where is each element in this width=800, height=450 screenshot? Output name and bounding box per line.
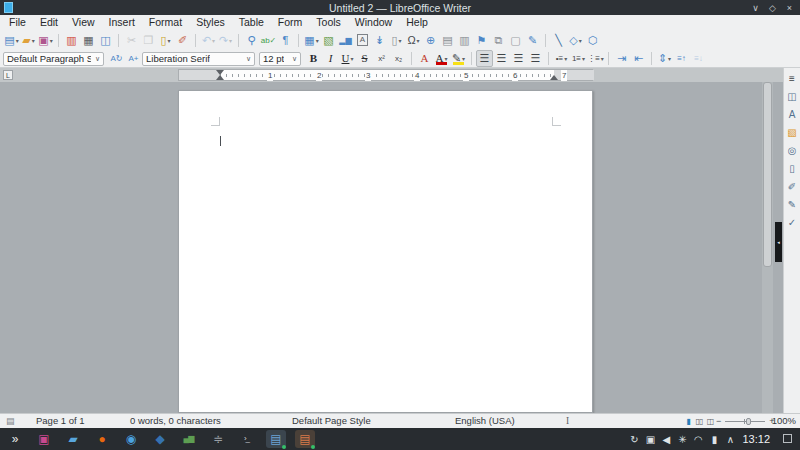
display-settings-icon[interactable]: ▣ [29, 428, 58, 450]
updates-icon[interactable]: ↻ [626, 428, 642, 450]
zoom-slider[interactable] [725, 421, 765, 422]
insert-bookmark-icon[interactable]: ⚑ [473, 32, 490, 49]
document-area[interactable] [0, 82, 783, 413]
libreoffice-impress-icon[interactable]: ▤ [290, 428, 319, 450]
insert-line-icon[interactable]: ╲ [550, 32, 567, 49]
new-document-icon[interactable]: ▤▾ [3, 32, 20, 49]
dropdown-arrow-icon[interactable]: ▾ [50, 37, 53, 44]
dropdown-arrow-icon[interactable]: ▾ [579, 37, 582, 44]
show-desktop-button[interactable] [783, 434, 792, 443]
decrease-indent-icon[interactable]: ⇤ [630, 50, 647, 67]
bullet-list-icon[interactable]: •≡▾ [553, 50, 570, 67]
horizontal-ruler[interactable]: 1234567 [178, 69, 593, 81]
insert-hyperlink-icon[interactable]: ⊕ [422, 32, 439, 49]
insert-image-icon[interactable]: ▧ [320, 32, 337, 49]
export-pdf-icon[interactable]: ▥ [63, 32, 80, 49]
increase-paragraph-spacing-icon[interactable]: ≡↑ [673, 50, 690, 67]
left-indent-marker[interactable] [216, 75, 224, 80]
chevron-down-icon[interactable]: ∨ [288, 55, 297, 63]
formatting-marks-icon[interactable]: ¶ [277, 32, 294, 49]
menu-table[interactable]: Table [232, 15, 271, 30]
dropdown-arrow-icon[interactable]: ▾ [316, 37, 319, 44]
open-document-icon[interactable]: ▰▾ [20, 32, 37, 49]
highlight-color-icon[interactable]: ✎▾ [450, 50, 467, 67]
settings-sliders-icon[interactable]: ≑ [203, 428, 232, 450]
italic-button[interactable]: I [322, 50, 339, 67]
gallery-deck-icon[interactable]: ▧ [785, 124, 800, 140]
battery-icon[interactable]: ▮ [706, 428, 722, 450]
page-count[interactable]: Page 1 of 1 [36, 414, 85, 428]
document-page[interactable] [178, 90, 593, 413]
clipboard-icon[interactable]: ▣ [642, 428, 658, 450]
word-count[interactable]: 0 words, 0 characters [130, 414, 221, 428]
bold-button[interactable]: B [305, 50, 322, 67]
spelling-icon[interactable]: ab✓ [260, 32, 277, 49]
right-indent-marker[interactable] [550, 75, 558, 80]
show-draw-functions-icon[interactable]: ⬡ [584, 32, 601, 49]
align-left-button[interactable]: ☰ [476, 50, 493, 67]
zoom-slider-handle[interactable] [746, 418, 751, 425]
expand-tray-icon[interactable]: ∧ [722, 428, 738, 450]
cross-reference-icon[interactable]: ⧉ [490, 32, 507, 49]
superscript-button[interactable]: x² [373, 50, 390, 67]
dropdown-arrow-icon[interactable]: ▾ [601, 55, 604, 62]
font-size-combo[interactable]: 12 pt ∨ [259, 52, 301, 66]
insert-endnote-icon[interactable]: ▥ [456, 32, 473, 49]
single-page-view-button[interactable]: ▮ [683, 414, 693, 428]
tab-stop-type-selector[interactable]: L [3, 70, 13, 80]
new-style-icon[interactable]: A+ [125, 50, 142, 67]
outline-list-icon[interactable]: ⋮≡▾ [587, 50, 604, 67]
dropdown-arrow-icon[interactable]: ▾ [168, 37, 171, 44]
vertical-scrollbar[interactable] [762, 82, 773, 413]
font-name-combo[interactable]: Liberation Serif ∨ [142, 52, 255, 66]
align-center-button[interactable]: ☰ [493, 50, 510, 67]
zoom-level[interactable]: 100% [772, 414, 796, 428]
insert-mode-indicator[interactable]: I [566, 414, 569, 428]
align-right-button[interactable]: ☰ [510, 50, 527, 67]
chevron-down-icon[interactable]: ∨ [242, 55, 251, 63]
dropdown-arrow-icon[interactable]: ▾ [399, 37, 402, 44]
styles-deck-icon[interactable]: A [785, 106, 800, 122]
application-launcher-icon[interactable]: » [0, 428, 29, 450]
numbered-list-icon[interactable]: 1≡▾ [570, 50, 587, 67]
firefox-icon[interactable]: ● [87, 428, 116, 450]
decrease-paragraph-spacing-icon[interactable]: ≡↓ [690, 50, 707, 67]
basic-shapes-icon[interactable]: ◇▾ [567, 32, 584, 49]
discover-icon[interactable]: ◆ [145, 428, 174, 450]
dolphin-file-manager-icon[interactable]: ▰ [58, 428, 87, 450]
properties-deck-icon[interactable]: ◫ [785, 88, 800, 104]
insert-comment-icon[interactable]: ▢ [507, 32, 524, 49]
dropdown-arrow-icon[interactable]: ▾ [212, 37, 215, 44]
volume-icon[interactable]: ◀ [658, 428, 674, 450]
style-inspector-deck-icon[interactable]: ✐ [785, 178, 800, 194]
insert-footnote-icon[interactable]: ▤ [439, 32, 456, 49]
print-preview-icon[interactable]: ◫ [97, 32, 114, 49]
underline-button[interactable]: U▾ [339, 50, 356, 67]
system-settings-icon[interactable]: ◉ [116, 428, 145, 450]
copy-icon[interactable]: ❐ [140, 32, 157, 49]
insert-field-icon[interactable]: ▯▾ [388, 32, 405, 49]
document-modified-icon[interactable]: ▤ [6, 414, 15, 428]
save-icon[interactable]: ▣▾ [37, 32, 54, 49]
insert-page-break-icon[interactable]: ↡ [371, 32, 388, 49]
dropdown-arrow-icon[interactable]: ▾ [229, 37, 232, 44]
sidebar-settings-icon[interactable]: ≡ [785, 70, 800, 86]
page-style[interactable]: Default Page Style [292, 414, 371, 428]
night-color-icon[interactable]: ✳ [674, 428, 690, 450]
redo-icon[interactable]: ↷▾ [217, 32, 234, 49]
strikethrough-button[interactable]: S [356, 50, 373, 67]
dropdown-arrow-icon[interactable]: ▾ [16, 37, 19, 44]
undo-icon[interactable]: ↶▾ [200, 32, 217, 49]
find-replace-icon[interactable]: ⚲ [243, 32, 260, 49]
accessibility-check-deck-icon[interactable]: ✓ [785, 214, 800, 230]
system-monitor-icon[interactable]: ▄▆ [174, 428, 203, 450]
menu-tools[interactable]: Tools [309, 15, 348, 30]
insert-text-box-icon[interactable]: A [354, 32, 371, 49]
maximize-button[interactable]: ◇ [764, 0, 781, 15]
paste-icon[interactable]: ▯▾ [157, 32, 174, 49]
menu-view[interactable]: View [65, 15, 102, 30]
track-changes-icon[interactable]: ✎ [524, 32, 541, 49]
zoom-out-button[interactable]: − [714, 416, 723, 426]
chevron-down-icon[interactable]: ∨ [91, 55, 100, 63]
text-language[interactable]: English (USA) [455, 414, 515, 428]
